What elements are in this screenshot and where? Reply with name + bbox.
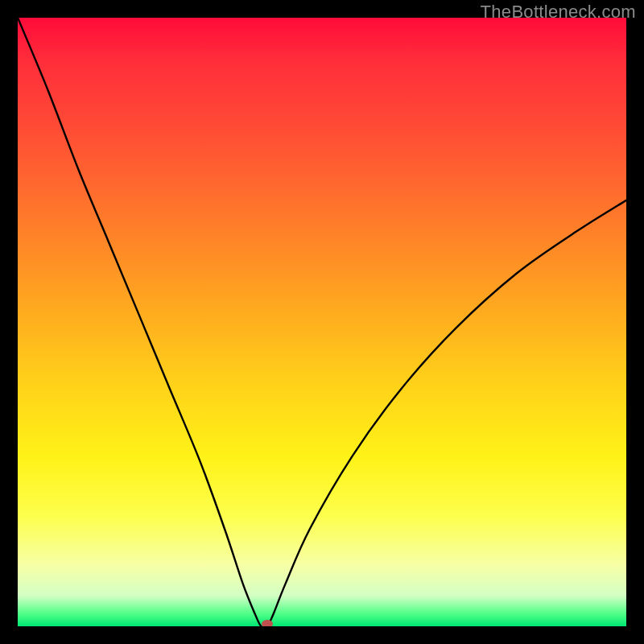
watermark-text: TheBottleneck.com [481,2,636,23]
curve-path [18,18,626,626]
chart-frame: TheBottleneck.com [0,0,644,644]
chart-plot-area [18,18,626,626]
bottleneck-curve [18,18,626,626]
